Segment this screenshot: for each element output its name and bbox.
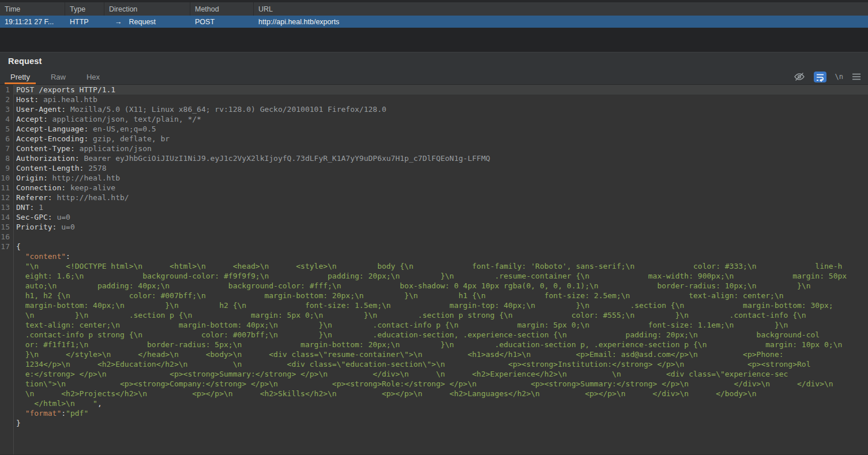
code-line[interactable]: } <box>0 418 868 428</box>
line-number <box>0 389 13 398</box>
line-number <box>0 369 13 379</box>
eye-slash-icon[interactable] <box>794 72 805 81</box>
code-line-text: margin-bottom: 40px;\n }\n h2 {\n font-s… <box>13 300 868 310</box>
code-line-text: Referer: http://heal.htb/ <box>13 193 868 202</box>
request-arrow-icon: → <box>115 18 122 26</box>
line-number <box>0 300 13 310</box>
code-line[interactable]: 13DNT: 1 <box>0 202 868 212</box>
code-line-text: }\n </style>\n </head>\n <body>\n <div c… <box>13 349 868 359</box>
cell-direction: → Request <box>104 18 190 26</box>
code-line[interactable]: 6Accept-Encoding: gzip, deflate, br <box>0 134 868 144</box>
code-line[interactable]: 2Host: api.heal.htb <box>0 95 868 104</box>
line-number: 3 <box>0 104 13 114</box>
line-number: 8 <box>0 153 13 163</box>
request-panel: Request Pretty Raw Hex <box>0 52 868 454</box>
code-line-text: Content-Type: application/json <box>13 144 868 153</box>
code-line-text: Authorization: Bearer eyJhbGciOiJIUzI1Ni… <box>13 153 868 163</box>
direction-label: Request <box>129 18 156 26</box>
code-line[interactable]: 5Accept-Language: en-US,en;q=0.5 <box>0 124 868 134</box>
newline-toggle[interactable]: \n <box>835 73 843 81</box>
code-line[interactable]: 1234</p>\n <h2>Education</h2>\n \n <div … <box>0 359 868 369</box>
code-line-text: Accept-Language: en-US,en;q=0.5 <box>13 124 868 134</box>
code-line[interactable]: "format":"pdf" <box>0 408 868 418</box>
line-number: 14 <box>0 212 13 222</box>
line-number: 4 <box>0 114 13 124</box>
column-header-time[interactable]: Time <box>0 2 65 16</box>
code-line[interactable]: }\n </style>\n </head>\n <body>\n <div c… <box>0 349 868 359</box>
word-wrap-icon[interactable] <box>814 72 826 82</box>
line-number <box>0 271 13 281</box>
code-line[interactable]: eight: 1.6;\n background-color: #f9f9f9;… <box>0 271 868 281</box>
code-line-text: text-align: center;\n margin-bottom: 40p… <box>13 320 868 330</box>
code-line[interactable]: "\n <!DOCTYPE html>\n <html>\n <head>\n … <box>0 261 868 271</box>
line-number: 15 <box>0 222 13 232</box>
line-number: 13 <box>0 202 13 212</box>
burp-request-viewer: Time Type Direction Method URL 19:11:21 … <box>0 0 868 455</box>
line-number <box>0 359 13 369</box>
code-line[interactable]: </html>\n ", <box>0 398 868 408</box>
line-number <box>0 398 13 408</box>
code-line-text: e:</strong> </p>\n <p><strong>Summary:</… <box>13 369 868 379</box>
line-number <box>0 281 13 291</box>
code-line[interactable]: 3User-Agent: Mozilla/5.0 (X11; Linux x86… <box>0 104 868 114</box>
code-line[interactable]: 8Authorization: Bearer eyJhbGciOiJIUzI1N… <box>0 153 868 163</box>
code-line[interactable]: 15Priority: u=0 <box>0 222 868 232</box>
code-line[interactable]: 9Content-Length: 2578 <box>0 163 868 173</box>
line-number <box>0 291 13 300</box>
line-number <box>0 340 13 349</box>
menu-icon[interactable] <box>852 73 861 80</box>
line-number <box>0 330 13 340</box>
column-header-type[interactable]: Type <box>65 2 104 16</box>
code-line[interactable]: 10Origin: http://heal.htb <box>0 173 868 183</box>
tab-raw[interactable]: Raw <box>45 69 72 84</box>
code-line[interactable]: 14Sec-GPC: u=0 <box>0 212 868 222</box>
code-line-text: Sec-GPC: u=0 <box>13 212 868 222</box>
code-line-text: Accept: application/json, text/plain, */… <box>13 114 868 124</box>
cell-method: POST <box>190 18 254 26</box>
code-line[interactable]: \n <h2>Projects</h2>\n <p></p>\n <h2>Ski… <box>0 389 868 398</box>
cell-type: HTTP <box>65 18 104 26</box>
column-header-direction[interactable]: Direction <box>104 2 190 16</box>
code-line[interactable]: "content": <box>0 251 868 261</box>
code-line[interactable]: text-align: center;\n margin-bottom: 40p… <box>0 320 868 330</box>
code-line[interactable]: .contact-info p strong {\n color: #007bf… <box>0 330 868 340</box>
code-line[interactable]: 4Accept: application/json, text/plain, *… <box>0 114 868 124</box>
code-line[interactable]: 11Connection: keep-alive <box>0 183 868 193</box>
code-line[interactable]: 7Content-Type: application/json <box>0 144 868 153</box>
line-number <box>0 251 13 261</box>
code-line[interactable]: auto;\n padding: 40px;\n background-colo… <box>0 281 868 291</box>
code-line[interactable]: 16 <box>0 232 868 242</box>
code-line-text: </html>\n ", <box>13 398 868 408</box>
line-number <box>0 418 13 428</box>
code-line-text: .contact-info p strong {\n color: #007bf… <box>13 330 868 340</box>
column-header-method[interactable]: Method <box>190 2 254 16</box>
tab-pretty[interactable]: Pretty <box>5 69 36 84</box>
code-line-text: Host: api.heal.htb <box>13 95 868 104</box>
code-line-text: User-Agent: Mozilla/5.0 (X11; Linux x86_… <box>13 104 868 114</box>
code-line-text: h1, h2 {\n color: #007bff;\n margin-bott… <box>13 291 868 300</box>
code-line[interactable]: \n }\n .section p {\n margin: 5px 0;\n }… <box>0 310 868 320</box>
code-line-text: Priority: u=0 <box>13 222 868 232</box>
code-line[interactable]: 1POST /exports HTTP/1.1 <box>0 85 868 95</box>
tab-hex[interactable]: Hex <box>81 69 106 84</box>
column-header-url[interactable]: URL <box>254 2 868 16</box>
code-line[interactable]: margin-bottom: 40px;\n }\n h2 {\n font-s… <box>0 300 868 310</box>
history-row-selected[interactable]: 19:11:21 27 F... HTTP → Request POST htt… <box>0 16 868 28</box>
code-line-text <box>13 232 868 242</box>
code-line[interactable]: or: #f1f1f1;\n border-radius: 5px;\n mar… <box>0 340 868 349</box>
code-line-text: \n }\n .section p {\n margin: 5px 0;\n }… <box>13 310 868 320</box>
line-number: 7 <box>0 144 13 153</box>
code-line[interactable]: 12Referer: http://heal.htb/ <box>0 193 868 202</box>
code-line-text: "\n <!DOCTYPE html>\n <html>\n <head>\n … <box>13 261 868 271</box>
code-line[interactable]: 17{ <box>0 242 868 251</box>
editor-toolbar: \n <box>794 69 861 84</box>
line-number: 2 <box>0 95 13 104</box>
line-number <box>0 349 13 359</box>
code-line[interactable]: e:</strong> </p>\n <p><strong>Summary:</… <box>0 369 868 379</box>
code-line[interactable]: h1, h2 {\n color: #007bff;\n margin-bott… <box>0 291 868 300</box>
cell-time: 19:11:21 27 F... <box>0 18 65 26</box>
code-editor[interactable]: 1POST /exports HTTP/1.12Host: api.heal.h… <box>0 85 868 454</box>
code-line[interactable]: tion\">\n <p><strong>Company:</strong> <… <box>0 379 868 389</box>
line-number: 10 <box>0 173 13 183</box>
code-line-text: POST /exports HTTP/1.1 <box>13 85 868 95</box>
